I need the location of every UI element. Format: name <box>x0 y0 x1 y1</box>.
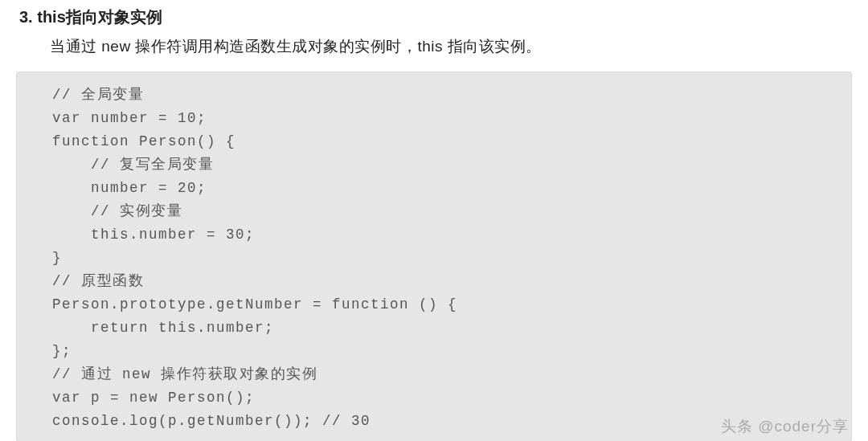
code-block: // 全局变量 var number = 10; function Person… <box>16 71 852 441</box>
section-heading: 3. this指向对象实例 <box>19 6 852 28</box>
section-paragraph: 当通过 new 操作符调用构造函数生成对象的实例时，this 指向该实例。 <box>50 36 852 57</box>
